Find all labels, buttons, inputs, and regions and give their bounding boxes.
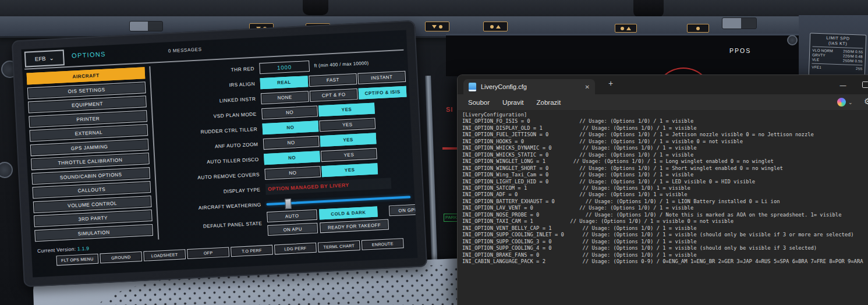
efb-tab-terml-chart[interactable]: TERML CHART (318, 240, 360, 253)
placard-row: VLE250/M 0.55 (812, 57, 863, 63)
cockpit-ceiling (0, 0, 868, 17)
chevron-down-icon: ⌄ (49, 56, 54, 60)
chevron-down-icon: ⌄ (848, 100, 853, 105)
option-vsd-plan-mode-no[interactable]: NO (261, 105, 318, 119)
menu-zobrazit[interactable]: Zobrazit (531, 97, 567, 108)
option-vsd-plan-mode-yes[interactable]: YES (318, 102, 375, 116)
minimize-button[interactable]: — (832, 75, 853, 94)
limit-speed-placard: LIMIT SPD (IAS KT) VLO NORM250/M 0.55GRV… (809, 33, 867, 77)
efb-tab-ground[interactable]: GROUND (100, 251, 142, 264)
copilot-icon (837, 98, 846, 107)
copilot-button[interactable]: ⌄ (837, 98, 853, 107)
sidebar-item-simulation[interactable]: SIMULATION (34, 224, 153, 241)
version-label: Current Version: (37, 246, 76, 254)
panel-state-auto[interactable]: AUTO (267, 210, 317, 222)
panel-knob (0, 162, 13, 178)
ceiling-grip-handle[interactable] (633, 0, 664, 17)
notepad-tab[interactable]: LiveryConfig.cfg ✕ (463, 79, 595, 94)
settings-label: ANF AUTO ZOOM (158, 141, 263, 152)
placard-vfe-row: VFE1 255 (812, 65, 862, 71)
efb-tab-loadsheet[interactable]: LOADSHEET (143, 249, 186, 261)
dot-icon (439, 25, 442, 29)
maximize-button[interactable] (855, 75, 868, 94)
menu-upravit[interactable]: Upravit (497, 97, 529, 108)
placard-subtitle: (IAS KT) (813, 40, 863, 47)
option-anf-auto-zoom-yes[interactable]: YES (320, 133, 377, 147)
settings-label: DISPLAY TYPE (160, 186, 265, 197)
efb-tab-ofp[interactable]: OFP (187, 247, 229, 259)
efb-screen: EFB ⌄ OPTIONS 0 MESSAGES AIRCRAFTOIS SET… (22, 30, 418, 278)
option-auto-remove-covers-yes[interactable]: YES (321, 163, 378, 177)
option-linked-instr-none[interactable]: NONE (261, 91, 309, 104)
screenshot-root: SI PARK PPOS LIMIT SPD (IAS KT) VLO NORM… (0, 0, 868, 305)
option-anf-auto-zoom-no[interactable]: NO (263, 136, 320, 150)
panel-state-cold-dark[interactable]: COLD & DARK (319, 206, 378, 219)
version-text: Current Version: 1.1.9 (37, 246, 90, 254)
option-irs-align-real[interactable]: REAL (260, 76, 309, 89)
settings-label: VSD PLAN MODE (157, 111, 262, 122)
option-auto-remove-covers-no[interactable]: NO (264, 166, 321, 180)
new-tab-button[interactable]: + (604, 79, 617, 88)
placard-row-value: 250/M 0.55 (843, 58, 863, 63)
option-auto-tiller-disco-no[interactable]: NO (264, 151, 320, 165)
efb-tab-enroute[interactable]: ENROUTE (362, 238, 404, 250)
display-type-value: OPTION MANAGED BY LIVERY (268, 182, 349, 192)
bezel-slider-switch[interactable] (129, 21, 163, 31)
option-linked-instr-cpt-fo-isis[interactable]: CPT/FO & ISIS (359, 86, 407, 99)
efb-tab-flt-ops-menu[interactable]: FLT OPS MENU (56, 254, 99, 266)
settings-label: IRS ALIGN (155, 80, 260, 91)
settings-label: AIRCRAFT WEATHERING (161, 201, 266, 212)
messages-counter[interactable]: 0 MESSAGES (168, 47, 202, 54)
menu-soubor[interactable]: Soubor (462, 97, 495, 108)
placard-vfe-label: VFE1 (812, 65, 821, 70)
bezel-slider-switch[interactable] (722, 17, 757, 29)
page-title: OPTIONS (72, 51, 106, 59)
gear-icon[interactable]: ⚙ (864, 97, 868, 106)
efb-tab-ldg-perf[interactable]: LDG PERF (274, 243, 317, 255)
panel-state-ready-for-takeoff[interactable]: READY FOR TAKEOFF (320, 219, 389, 233)
standby-display-text: SI (446, 106, 453, 113)
option-rudder-ctrl-tiller-no[interactable]: NO (262, 120, 318, 134)
efb-settings-rows: IRS ALIGNREALFASTINSTANTLINKED INSTRNONE… (155, 69, 412, 187)
triangle-up-icon (496, 25, 501, 29)
display-brightness-button[interactable] (687, 24, 709, 33)
placard-vfe-value: 255 (856, 66, 863, 71)
ppos-label: PPOS (729, 47, 751, 54)
ceiling-grip-handle[interactable] (303, 0, 328, 15)
thr-red-hint: ft (min 400 / max 10000) (314, 60, 369, 68)
placard-row-label: VLE (812, 57, 820, 62)
dot-icon (490, 25, 494, 29)
display-brightness-button[interactable] (483, 22, 508, 31)
windshield-pillar (425, 76, 438, 272)
option-irs-align-fast[interactable]: FAST (309, 73, 357, 86)
option-linked-instr-cpt-fo[interactable]: CPT & FO (310, 88, 358, 101)
maximize-icon (862, 81, 868, 88)
notepad-titlebar[interactable]: LiveryConfig.cfg ✕ + — (458, 75, 868, 94)
panel-state-on-apu[interactable]: ON APU (267, 223, 318, 236)
panel-state-on-gpu[interactable]: ON GPU (389, 204, 418, 216)
settings-label: RUDDER CTRL TILLER (157, 126, 263, 137)
notepad-window: LiveryConfig.cfg ✕ + — SouborUpravitZobr… (457, 75, 868, 305)
display-brightness-button[interactable] (425, 22, 449, 31)
config-text[interactable]: [LiveryConfiguration] INI_OPTION_FO_ISIS… (462, 112, 868, 265)
version-value: 1.1.9 (77, 246, 90, 252)
slider-handle[interactable] (285, 198, 292, 210)
option-auto-tiller-disco-yes[interactable]: YES (321, 148, 377, 162)
notepad-file-icon (469, 83, 476, 91)
option-irs-align-instant[interactable]: INSTANT (357, 70, 406, 84)
efb-settings-panel: THR RED 1000 ft (min 400 / max 10000) IR… (154, 54, 414, 247)
settings-label: LINKED INSTR (155, 95, 261, 107)
dot-icon (621, 27, 624, 30)
efb-device-label: EFB (35, 55, 46, 62)
efb-device-dropdown[interactable]: EFB ⌄ (24, 49, 65, 67)
tab-close-icon[interactable]: ✕ (585, 84, 590, 90)
option-rudder-ctrl-tiller-yes[interactable]: YES (319, 118, 375, 132)
efb-tab-t-o-perf[interactable]: T.O PERF (231, 245, 273, 257)
thr-red-input[interactable]: 1000 (259, 60, 310, 73)
notepad-editor[interactable]: [LiveryConfiguration] INI_OPTION_FO_ISIS… (458, 110, 868, 265)
placard-rows: VLO NORM250/M 0.55GRVTY220/M 0.48VLE250/… (812, 48, 863, 63)
display-brightness-button[interactable] (615, 24, 637, 33)
efb-tablet: EFB ⌄ OPTIONS 0 MESSAGES AIRCRAFTOIS SET… (12, 20, 428, 288)
triangle-down-icon (432, 25, 437, 29)
settings-label: AUTO TILLER DISCO (159, 156, 264, 167)
